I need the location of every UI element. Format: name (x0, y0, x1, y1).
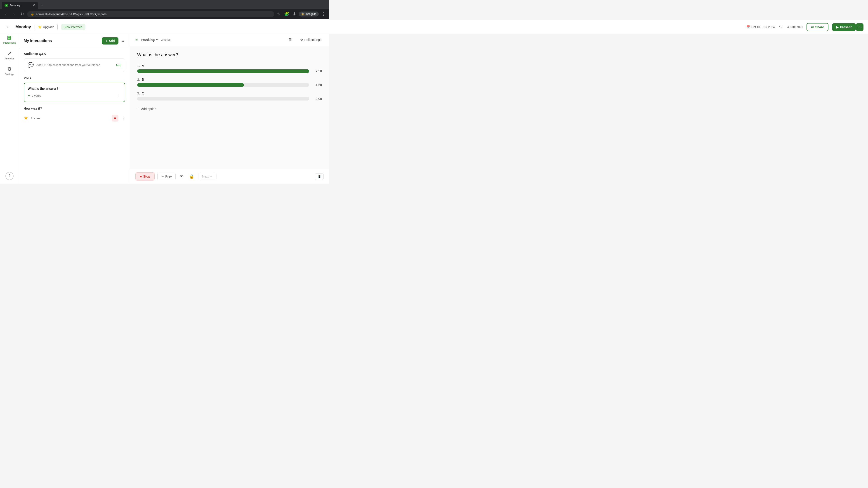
forward-nav-button[interactable]: › (11, 11, 17, 17)
bar-value: 1.50 (313, 83, 322, 87)
bottom-toolbar: ■ Stop ← Prev 👁 🔒 Next → 📱 (130, 169, 329, 184)
settings-icon: ⚙ (7, 66, 12, 72)
poll-type-chevron: ▾ (156, 38, 158, 41)
lock-icon: 🔒 (31, 12, 34, 15)
url-text: admin.sli.do/event/t4KbXZJUCAgYVHf8EV3dQ… (36, 12, 106, 16)
tab-bar: S Moodoy ✕ + (0, 0, 329, 9)
answer-label: 2. B (137, 77, 322, 81)
analytics-label: Analytics (4, 57, 14, 60)
bar-value: 0.00 (313, 97, 322, 101)
panel-header: My interactions + Add « (19, 34, 130, 48)
audience-qa-title: Audience Q&A (24, 52, 125, 56)
bar-container (137, 69, 309, 73)
interactions-panel: My interactions + Add « Audience Q&A 💬 A… (19, 34, 130, 184)
poll-ranking-icon: ≡ (28, 94, 30, 98)
content-toolbar: ≡ Ranking ▾ 2 votes 🗑 ⚙ Poll settings (130, 34, 329, 46)
reload-button[interactable]: ↻ (19, 11, 25, 17)
interactions-label: Interactions (3, 41, 16, 44)
answer-number: 3. (137, 91, 140, 95)
rating-stop-button[interactable]: ■ (112, 115, 119, 122)
next-button[interactable]: Next → (198, 173, 217, 180)
rating-star-icon: ★ (24, 115, 28, 121)
browser-nav-bar: ‹ › ↻ 🔒 admin.sli.do/event/t4KbXZJUCAgYV… (0, 9, 329, 19)
upgrade-icon: ⭐ (38, 25, 41, 29)
answer-option-c: 3. C 0.00 (137, 91, 322, 101)
ranking-icon: ≡ (135, 37, 138, 42)
bar-container (137, 83, 309, 87)
download-button[interactable]: ⬇ (292, 11, 297, 18)
rating-card: ★ 2 votes ■ ⋮ (24, 113, 125, 123)
next-label: Next → (202, 175, 213, 178)
upgrade-button[interactable]: ⭐ Upgrade (35, 24, 58, 30)
add-icon: + (105, 39, 107, 43)
add-option-label: Add option (141, 107, 156, 111)
panel-content: Audience Q&A 💬 Add Q&A to collect questi… (19, 48, 130, 184)
bar-wrapper: 0.00 (137, 97, 322, 101)
stop-label: Stop (143, 175, 150, 178)
prev-button[interactable]: ← Prev (157, 173, 176, 180)
collapse-button[interactable]: « (121, 38, 125, 44)
app-header: ← Moodoy ⭐ Upgrade New interface 📅 Oct 1… (0, 20, 329, 34)
extensions-button[interactable]: 🧩 (283, 11, 290, 18)
browser-tab-moodoy[interactable]: S Moodoy ✕ (2, 2, 38, 9)
browser-menu-button[interactable]: ⋮ (320, 11, 327, 18)
poll-card-question: What is the answer? (28, 87, 121, 90)
sidebar-item-analytics[interactable]: ↗ Analytics (0, 48, 19, 63)
new-interface-button[interactable]: New interface (61, 24, 86, 30)
prev-label: ← Prev (161, 175, 172, 178)
poll-settings-button[interactable]: ⚙ Poll settings (298, 37, 324, 43)
bar-outer (137, 83, 309, 87)
qa-text: Add Q&A to collect questions from your a… (36, 63, 113, 67)
stop-icon: ■ (140, 175, 142, 178)
rating-title: How was it? (24, 107, 125, 110)
poll-card-footer: ≡ 2 votes ⋮ (28, 93, 121, 98)
answer-label: 3. C (137, 91, 322, 95)
poll-menu-button[interactable]: ⋮ (117, 93, 121, 98)
present-audience-button[interactable]: 📱 (315, 173, 324, 180)
back-nav-button[interactable]: ‹ (3, 11, 9, 17)
add-option-button[interactable]: + Add option (137, 105, 322, 113)
help-button[interactable]: ? (5, 172, 13, 180)
eye-view-button[interactable]: 👁 (178, 173, 185, 180)
main-layout: My interactions + Add « Audience Q&A 💬 A… (19, 34, 329, 184)
answer-text: A (142, 64, 144, 68)
poll-type-selector[interactable]: Ranking ▾ (141, 38, 157, 41)
bar-value: 2.50 (313, 69, 322, 73)
rating-menu-button[interactable]: ⋮ (121, 116, 125, 121)
sidebar-item-settings[interactable]: ⚙ Settings (0, 64, 19, 78)
address-bar[interactable]: 🔒 admin.sli.do/event/t4KbXZJUCAgYVHf8EV3… (27, 11, 274, 17)
answer-number: 2. (137, 77, 140, 81)
stop-button[interactable]: ■ Stop (135, 172, 155, 181)
tab-close-button[interactable]: ✕ (32, 3, 35, 7)
answer-label: 1. A (137, 64, 322, 68)
add-option-icon: + (137, 107, 139, 111)
poll-card[interactable]: What is the answer? ≡ 2 votes ⋮ (24, 83, 125, 102)
answer-text: C (142, 91, 144, 95)
app-container: ← ▦ Interactions ↗ Analytics ⚙ Settings … (0, 19, 329, 184)
interactions-icon: ▦ (7, 35, 12, 40)
add-label: Add (109, 39, 115, 43)
settings-gear-icon: ⚙ (300, 38, 303, 41)
analytics-icon: ↗ (7, 51, 11, 56)
qa-add-link[interactable]: Add (116, 64, 121, 67)
answer-option-a: 1. A 2.50 (137, 64, 322, 73)
poll-type-label: Ranking (141, 38, 155, 41)
lock-button[interactable]: 🔒 (188, 173, 195, 180)
answer-option-b: 2. B 1.50 (137, 77, 322, 87)
header-back-button[interactable]: ← (4, 24, 12, 31)
content-area: ≡ Ranking ▾ 2 votes 🗑 ⚙ Poll settings Wh… (130, 34, 329, 184)
answer-text: B (142, 77, 144, 81)
delete-poll-button[interactable]: 🗑 (287, 36, 294, 43)
bar-wrapper: 2.50 (137, 69, 322, 73)
bar-wrapper: 1.50 (137, 83, 322, 87)
bar-container (137, 97, 309, 101)
bar-fill (137, 69, 309, 73)
polls-title: Polls (24, 76, 125, 80)
qa-add-card: 💬 Add Q&A to collect questions from your… (24, 58, 125, 72)
upgrade-label: Upgrade (43, 25, 54, 29)
bookmark-button[interactable]: ☆ (276, 11, 281, 18)
add-button[interactable]: + Add (102, 37, 118, 44)
new-tab-button[interactable]: + (39, 2, 45, 9)
qa-icon: 💬 (28, 62, 34, 68)
content-vote-count: 2 votes (161, 38, 170, 41)
